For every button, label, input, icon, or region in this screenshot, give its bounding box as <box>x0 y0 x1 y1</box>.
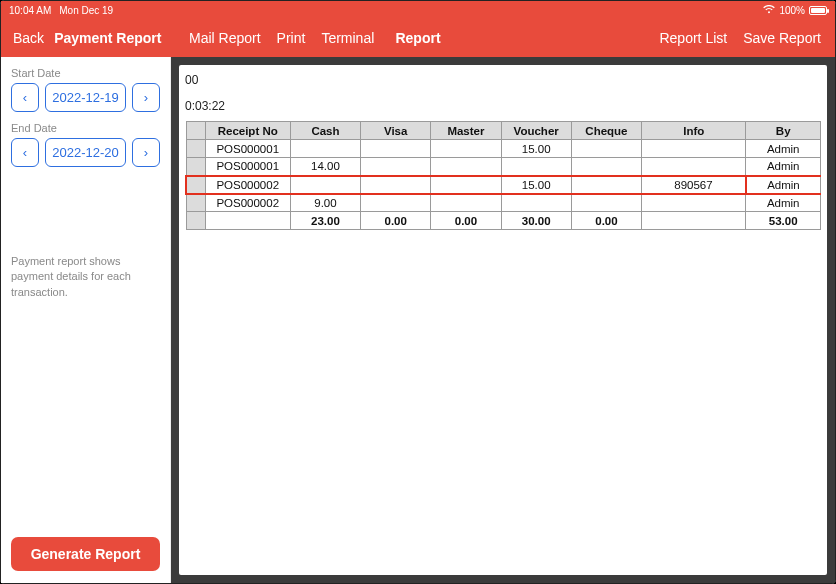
cell-index <box>186 212 205 230</box>
back-button[interactable]: Back <box>13 30 44 46</box>
cell-cheque <box>571 194 641 212</box>
cell-by: Admin <box>746 176 821 194</box>
content-area: 00 0:03:22 Receipt No Cash Visa Master <box>171 57 835 583</box>
cell-master <box>431 194 501 212</box>
report-meta-top: 00 <box>185 73 821 87</box>
header-receipt: Receipt No <box>205 122 290 140</box>
cell-info <box>642 158 746 176</box>
cell-visa <box>361 194 431 212</box>
start-date-prev-button[interactable]: ‹ <box>11 83 39 112</box>
cell-voucher: 15.00 <box>501 140 571 158</box>
table-row: POS00000115.00Admin <box>186 140 821 158</box>
cell-by: Admin <box>746 194 821 212</box>
cell-receipt <box>205 212 290 230</box>
nav-actions-left: Mail Report Print Terminal <box>171 30 374 46</box>
cell-master <box>431 176 501 194</box>
cell-cash: 9.00 <box>290 194 360 212</box>
end-date-prev-button[interactable]: ‹ <box>11 138 39 167</box>
cell-index <box>186 140 205 158</box>
table-total-row: 23.000.000.0030.000.0053.00 <box>186 212 821 230</box>
body: Start Date ‹ 2022-12-19 › End Date ‹ 202… <box>1 57 835 583</box>
chevron-right-icon: › <box>144 90 148 105</box>
start-date-picker[interactable]: 2022-12-19 <box>45 83 126 112</box>
start-date-row: ‹ 2022-12-19 › <box>11 83 160 112</box>
status-date: Mon Dec 19 <box>59 5 113 16</box>
battery-icon <box>809 6 827 15</box>
cell-voucher: 30.00 <box>501 212 571 230</box>
header-cheque: Cheque <box>571 122 641 140</box>
table-row: POS00000114.00Admin <box>186 158 821 176</box>
cell-info <box>642 212 746 230</box>
status-left: 10:04 AM Mon Dec 19 <box>9 5 113 16</box>
header-info: Info <box>642 122 746 140</box>
chevron-left-icon: ‹ <box>23 145 27 160</box>
cell-index <box>186 194 205 212</box>
end-date-label: End Date <box>11 122 160 134</box>
cell-cash <box>290 140 360 158</box>
end-date-next-button[interactable]: › <box>132 138 160 167</box>
cell-cash <box>290 176 360 194</box>
cell-info: 890567 <box>642 176 746 194</box>
cell-receipt: POS000001 <box>205 140 290 158</box>
header-voucher: Voucher <box>501 122 571 140</box>
nav-left-group: Back Payment Report <box>1 30 171 46</box>
terminal-button[interactable]: Terminal <box>321 30 374 46</box>
cell-visa: 0.00 <box>361 212 431 230</box>
header-master: Master <box>431 122 501 140</box>
cell-info <box>642 194 746 212</box>
print-button[interactable]: Print <box>277 30 306 46</box>
cell-index <box>186 158 205 176</box>
header-index <box>186 122 205 140</box>
table-header-row: Receipt No Cash Visa Master Voucher Cheq… <box>186 122 821 140</box>
cell-by: Admin <box>746 158 821 176</box>
cell-visa <box>361 140 431 158</box>
chevron-right-icon: › <box>144 145 148 160</box>
wifi-icon <box>763 5 775 16</box>
battery-percent: 100% <box>779 5 805 16</box>
sidebar-description: Payment report shows payment details for… <box>11 254 160 300</box>
cell-info <box>642 140 746 158</box>
table-row: POS00000215.00890567Admin <box>186 176 821 194</box>
cell-cash: 23.00 <box>290 212 360 230</box>
cell-receipt: POS000002 <box>205 194 290 212</box>
generate-report-button[interactable]: Generate Report <box>11 537 160 571</box>
cell-voucher <box>501 194 571 212</box>
table-row: POS0000029.00Admin <box>186 194 821 212</box>
cell-by: Admin <box>746 140 821 158</box>
cell-master: 0.00 <box>431 212 501 230</box>
status-time: 10:04 AM <box>9 5 51 16</box>
end-date-picker[interactable]: 2022-12-20 <box>45 138 126 167</box>
cell-receipt: POS000001 <box>205 158 290 176</box>
cell-index <box>186 176 205 194</box>
nav-actions-right: Report List Save Report <box>659 30 835 46</box>
cell-cheque <box>571 158 641 176</box>
payment-table: Receipt No Cash Visa Master Voucher Cheq… <box>185 121 821 230</box>
cell-cash: 14.00 <box>290 158 360 176</box>
end-date-row: ‹ 2022-12-20 › <box>11 138 160 167</box>
header-visa: Visa <box>361 122 431 140</box>
chevron-left-icon: ‹ <box>23 90 27 105</box>
cell-cheque: 0.00 <box>571 212 641 230</box>
header-cash: Cash <box>290 122 360 140</box>
start-date-next-button[interactable]: › <box>132 83 160 112</box>
cell-voucher <box>501 158 571 176</box>
report-list-button[interactable]: Report List <box>659 30 727 46</box>
cell-voucher: 15.00 <box>501 176 571 194</box>
cell-visa <box>361 158 431 176</box>
app-window: 10:04 AM Mon Dec 19 100% Back Payment Re… <box>0 0 836 584</box>
report-panel[interactable]: 00 0:03:22 Receipt No Cash Visa Master <box>179 65 827 575</box>
save-report-button[interactable]: Save Report <box>743 30 821 46</box>
page-title: Payment Report <box>54 30 161 46</box>
nav-center-title: Report <box>395 30 440 46</box>
cell-receipt: POS000002 <box>205 176 290 194</box>
cell-cheque <box>571 140 641 158</box>
cell-master <box>431 158 501 176</box>
status-bar: 10:04 AM Mon Dec 19 100% <box>1 1 835 19</box>
sidebar: Start Date ‹ 2022-12-19 › End Date ‹ 202… <box>1 57 171 583</box>
mail-report-button[interactable]: Mail Report <box>189 30 261 46</box>
nav-bar: Back Payment Report Mail Report Print Te… <box>1 19 835 57</box>
cell-by: 53.00 <box>746 212 821 230</box>
status-right: 100% <box>763 5 827 16</box>
cell-visa <box>361 176 431 194</box>
start-date-label: Start Date <box>11 67 160 79</box>
